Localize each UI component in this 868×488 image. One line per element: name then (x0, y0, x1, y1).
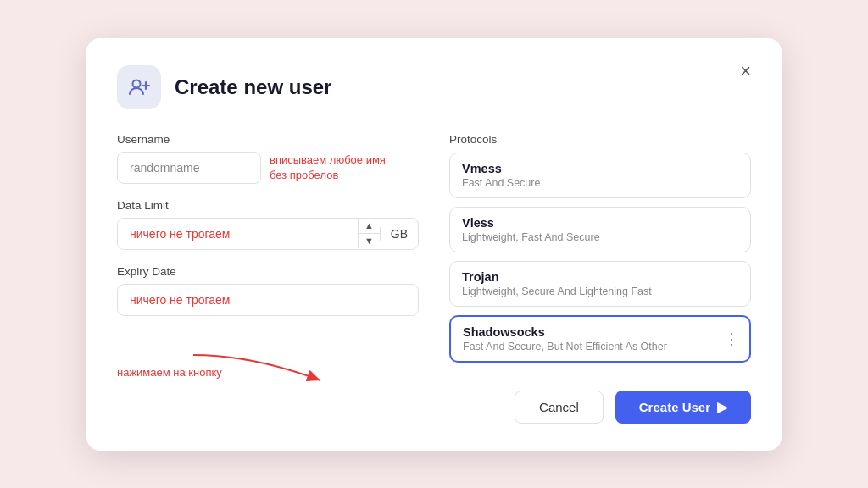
username-input[interactable] (117, 152, 261, 184)
svg-point-0 (133, 80, 141, 87)
username-row: вписываем любое имябез пробелов (117, 152, 419, 184)
protocol-shadowsocks-name: Shadowsocks (463, 325, 737, 339)
data-limit-input-row: ▲ ▼ GB (117, 218, 419, 250)
protocol-shadowsocks-desc: Fast And Secure, But Not Efficient As Ot… (463, 341, 737, 352)
expiry-field-group: Expiry Date (117, 265, 419, 316)
data-limit-field-group: Data Limit ▲ ▼ GB (117, 199, 419, 250)
spinner-buttons: ▲ ▼ (358, 219, 380, 248)
protocol-options-icon[interactable]: ⋮ (724, 331, 739, 347)
expiry-label: Expiry Date (117, 265, 419, 278)
modal-overlay: Create new user × Username вписываем люб… (0, 0, 868, 488)
spinner-down-button[interactable]: ▼ (359, 234, 380, 248)
arrow-annotation-container: нажимаем на кнопку (117, 338, 419, 372)
protocol-card-vmess[interactable]: Vmess Fast And Secure (449, 152, 751, 198)
create-user-button[interactable]: Create User ▶ (615, 391, 751, 424)
username-label: Username (117, 133, 419, 146)
left-column: Username вписываем любое имябез пробелов… (117, 133, 419, 372)
protocol-vmess-name: Vmess (462, 162, 738, 175)
create-user-button-arrow-icon: ▶ (717, 399, 727, 415)
protocols-label: Protocols (449, 133, 751, 146)
create-user-button-label: Create User (639, 400, 710, 414)
spinner-up-button[interactable]: ▲ (359, 219, 380, 234)
create-user-modal: Create new user × Username вписываем люб… (86, 38, 782, 451)
protocol-card-vless[interactable]: Vless Lightweight, Fast And Secure (449, 207, 751, 252)
protocol-vless-name: Vless (462, 216, 738, 230)
protocol-vmess-desc: Fast And Secure (462, 177, 738, 189)
cancel-button[interactable]: Cancel (515, 391, 604, 424)
protocol-trojan-desc: Lightweight, Secure And Lightening Fast (462, 286, 738, 297)
data-limit-input[interactable] (118, 219, 358, 249)
protocol-vless-desc: Lightweight, Fast And Secure (462, 231, 738, 243)
username-field-group: Username вписываем любое имябез пробелов (117, 133, 419, 184)
gb-label: GB (380, 227, 418, 241)
close-button[interactable]: × (733, 58, 758, 84)
right-column: Protocols Vmess Fast And Secure Vless Li… (449, 133, 751, 372)
modal-title: Create new user (175, 75, 331, 99)
protocol-card-shadowsocks[interactable]: Shadowsocks Fast And Secure, But Not Eff… (449, 315, 751, 363)
modal-header: Create new user (117, 65, 751, 109)
expiry-input[interactable] (117, 284, 419, 316)
data-limit-label: Data Limit (117, 199, 419, 212)
protocol-trojan-name: Trojan (462, 270, 738, 284)
modal-icon (117, 65, 161, 109)
username-annotation: вписываем любое имябез пробелов (270, 152, 386, 182)
protocol-card-trojan[interactable]: Trojan Lightweight, Secure And Lightenin… (449, 261, 751, 307)
modal-body: Username вписываем любое имябез пробелов… (117, 133, 751, 372)
arrow-svg (185, 347, 456, 397)
